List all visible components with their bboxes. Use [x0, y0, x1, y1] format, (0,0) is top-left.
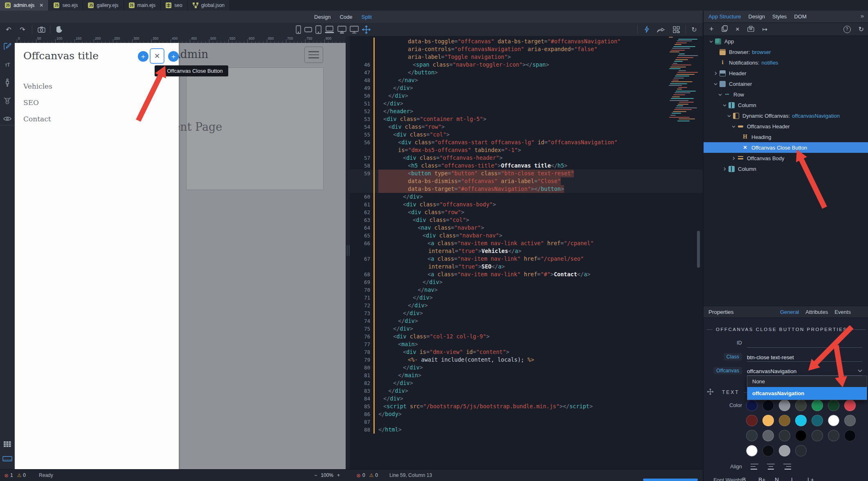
code-line-wrap[interactable]: is="dmx-bs5-offcanvas" tabindex="-1"> — [350, 146, 703, 154]
code-line-63[interactable]: 63<div class="col"> — [350, 216, 703, 224]
color-swatch[interactable] — [812, 430, 823, 441]
nav-link-seo[interactable]: SEO — [23, 98, 39, 107]
code-line-wrap[interactable]: data-bs-toggle="offcanvas" data-bs-targe… — [350, 38, 703, 45]
tab-seo.ejs[interactable]: JSseo.ejs — [49, 0, 83, 11]
tree-item-offcanvas-header[interactable]: Offcanvas Header — [704, 121, 868, 132]
insert-before-button[interactable]: + — [138, 51, 148, 62]
code-line-72[interactable]: 72</div> — [350, 302, 703, 309]
dark-mode-moon-icon[interactable] — [53, 23, 65, 36]
color-swatch[interactable] — [844, 400, 856, 411]
tree-item-row[interactable]: •••Row — [704, 89, 868, 100]
code-line-wrap[interactable]: data-bs-target="#offcanvasNavigation"></… — [350, 185, 703, 193]
code-line-wrap[interactable]: internal="true">SEO</a> — [350, 263, 703, 271]
zoom-out-button[interactable]: − — [314, 472, 317, 478]
code-line-53[interactable]: 53<div class="container mt-lg-5"> — [350, 115, 703, 123]
puppet-tool-icon[interactable] — [0, 95, 15, 106]
color-swatch[interactable] — [844, 430, 856, 441]
tree-item-heading[interactable]: HHeading — [704, 132, 868, 142]
zoom-in-button[interactable]: + — [337, 472, 340, 478]
color-swatch[interactable] — [762, 430, 774, 441]
splitter-grip[interactable] — [347, 245, 349, 256]
code-line-73[interactable]: 73</div> — [350, 309, 703, 317]
color-swatch[interactable] — [779, 445, 790, 456]
panel-tab-design[interactable]: Design — [749, 13, 765, 20]
color-swatch[interactable] — [746, 415, 758, 426]
pane-splitter[interactable] — [346, 36, 350, 469]
tree-item-notifications[interactable]: iNotifications:notifies — [704, 57, 868, 68]
tree-item-offcanvas-body[interactable]: Offcanvas Body — [704, 153, 868, 163]
chevron-expanded-icon[interactable] — [730, 125, 737, 128]
text-tool-icon[interactable]: ᴛT — [0, 59, 15, 70]
code-line-wrap[interactable]: aria-label="Toggle navigation"> — [350, 53, 703, 61]
delete-component-icon[interactable]: ✕ — [735, 26, 740, 32]
code-line-88[interactable]: 88</html> — [350, 426, 703, 434]
code-scrollbar-thumb[interactable] — [697, 231, 700, 268]
nav-link-contact[interactable]: Contact — [23, 115, 51, 123]
offcanvas-close-button[interactable]: ✕ — [151, 49, 164, 63]
font-weight-option-b-plus[interactable]: B+ — [758, 477, 775, 481]
code-line-77[interactable]: 77<main> — [350, 340, 703, 348]
panel-refresh-icon[interactable]: ↻ — [859, 25, 864, 33]
color-swatch[interactable] — [828, 430, 839, 441]
color-swatch[interactable] — [762, 445, 774, 456]
package-icon[interactable] — [747, 26, 754, 33]
class-field-label[interactable]: Class — [724, 353, 742, 360]
screenshot-camera-icon[interactable] — [35, 23, 47, 36]
ruler-toggle-icon[interactable] — [0, 454, 15, 463]
device-phone-landscape-icon[interactable] — [304, 27, 312, 32]
chevron-expanded-icon[interactable] — [717, 93, 723, 96]
align-right-button[interactable] — [783, 464, 791, 470]
code-line-86[interactable]: 86</body> — [350, 410, 703, 418]
device-desktop-icon[interactable] — [337, 26, 346, 34]
tree-item-dynamic-offcanvas[interactable]: Dynamic Offcanvas:offcanvasNavigation — [704, 110, 868, 121]
code-line-52[interactable]: 52</header> — [350, 107, 703, 115]
color-swatch[interactable] — [746, 445, 758, 456]
insert-after-button[interactable]: + — [168, 51, 179, 62]
chevron-expanded-icon[interactable] — [708, 40, 714, 43]
code-line-56[interactable]: 56<div class="offcanvas-start offcanvas-… — [350, 139, 703, 146]
code-line-81[interactable]: 81</main> — [350, 371, 703, 379]
dropdown-option-offcanvasnavigation[interactable]: offcanvasNavigation — [747, 387, 867, 400]
code-line-78[interactable]: 78<div is="dmx-view" id="content"> — [350, 348, 703, 356]
undo-icon[interactable]: ↶ — [3, 23, 14, 36]
code-line-69[interactable]: 69</div> — [350, 278, 703, 286]
code-line-50[interactable]: 50</div> — [350, 92, 703, 100]
tree-item-offcanvas-close-button[interactable]: ✕Offcanvas Close Button — [704, 142, 868, 153]
tree-item-column[interactable]: Column — [704, 100, 868, 110]
tab-main.ejs[interactable]: JSmain.ejs — [124, 0, 161, 11]
code-line-80[interactable]: 80</div> — [350, 364, 703, 371]
preview-eye-icon[interactable] — [0, 113, 15, 124]
code-line-85[interactable]: 85<script src="/bootstrap/5/js/bootstrap… — [350, 403, 703, 410]
panel-overflow-icon[interactable]: » — [861, 12, 864, 19]
align-left-button[interactable] — [751, 464, 758, 470]
code-line-47[interactable]: 47</button> — [350, 69, 703, 76]
help-icon[interactable]: ? — [843, 26, 851, 33]
properties-tab-general[interactable]: General — [780, 309, 799, 315]
qr-code-icon[interactable] — [670, 23, 682, 36]
code-line-87[interactable]: 87 — [350, 418, 703, 426]
code-line-48[interactable]: 48</nav> — [350, 76, 703, 84]
tree-item-browser[interactable]: Browser:browser — [704, 47, 868, 57]
color-swatch[interactable] — [762, 400, 774, 411]
code-minimap[interactable] — [669, 37, 698, 123]
chevron-expanded-icon[interactable] — [726, 114, 732, 118]
device-tablet-icon[interactable] — [315, 25, 322, 34]
navbar-toggler-button[interactable] — [304, 47, 323, 63]
properties-tab-attributes[interactable]: Attributes — [805, 309, 828, 315]
move-section-icon[interactable] — [707, 388, 714, 396]
code-line-65[interactable]: 65<div class="navbar-nav"> — [350, 232, 703, 239]
nav-link-vehicles[interactable]: Vehicles — [23, 82, 52, 90]
code-line-59[interactable]: 59<button type="button" class="btn-close… — [350, 170, 703, 177]
code-line-54[interactable]: 54<div class="row"> — [350, 123, 703, 131]
code-line-84[interactable]: 84</div> — [350, 395, 703, 403]
tree-item-app[interactable]: App — [704, 36, 868, 47]
code-line-62[interactable]: 62<div class="row"> — [350, 208, 703, 216]
chevron-collapsed-icon[interactable] — [712, 72, 719, 75]
color-swatch[interactable] — [812, 400, 823, 411]
code-line-70[interactable]: 70</nav> — [350, 286, 703, 294]
code-line-60[interactable]: 60</div> — [350, 193, 703, 201]
properties-tab-events[interactable]: Events — [834, 309, 851, 315]
color-swatch[interactable] — [795, 445, 807, 456]
color-swatch[interactable] — [828, 400, 839, 411]
code-line-82[interactable]: 82</div> — [350, 379, 703, 387]
